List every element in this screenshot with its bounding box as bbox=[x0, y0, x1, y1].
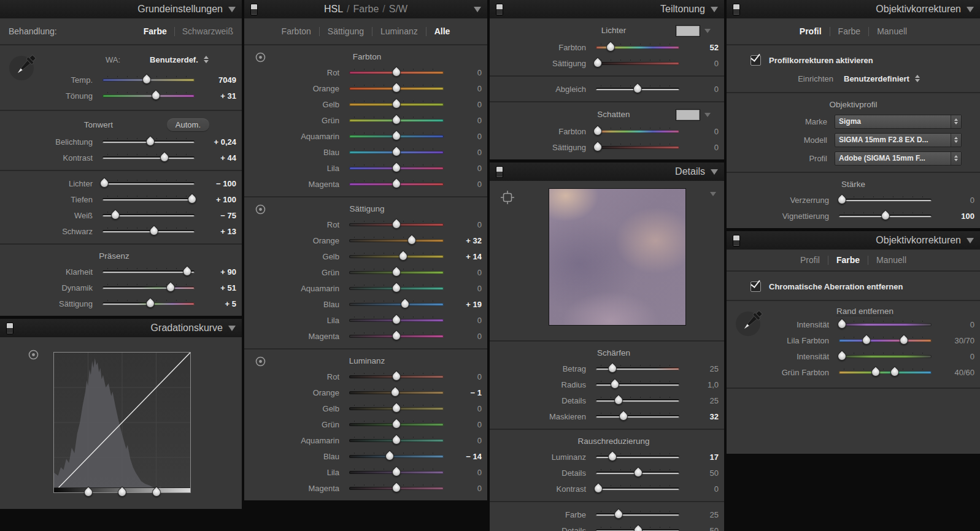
slider-handle[interactable] bbox=[390, 178, 403, 190]
slider-value[interactable]: 0 bbox=[447, 116, 482, 125]
stepper-icon[interactable] bbox=[951, 152, 961, 165]
sharpen-amount-slider[interactable] bbox=[596, 367, 679, 370]
blacks-slider[interactable] bbox=[102, 230, 195, 233]
slider-handle[interactable] bbox=[390, 314, 403, 326]
sat-gruen-slider[interactable] bbox=[349, 271, 444, 274]
slider-handle[interactable] bbox=[609, 378, 621, 391]
slider-value[interactable]: 0 bbox=[683, 484, 719, 494]
stepper-icon[interactable] bbox=[951, 134, 961, 147]
targeted-adjustment-icon[interactable] bbox=[255, 52, 266, 63]
slider-value[interactable]: 25 bbox=[683, 396, 719, 405]
lum-magenta-slider[interactable] bbox=[349, 487, 444, 490]
green-hue-slider[interactable] bbox=[839, 371, 932, 374]
slider-value[interactable]: 0 bbox=[447, 132, 482, 141]
collapse-triangle-icon[interactable] bbox=[228, 326, 236, 331]
highlights-slider[interactable] bbox=[102, 182, 195, 185]
slider-value[interactable]: 0 bbox=[683, 127, 719, 136]
slider-value[interactable]: + 44 bbox=[198, 153, 236, 162]
tab-farbton[interactable]: Farbton bbox=[282, 26, 311, 36]
slider-value[interactable]: 0 bbox=[447, 268, 482, 277]
slider-value[interactable]: 0 bbox=[447, 164, 482, 173]
lum-aquamarin-slider[interactable] bbox=[349, 439, 444, 442]
slider-handle[interactable] bbox=[390, 114, 403, 126]
tab-saettigung[interactable]: Sättigung bbox=[328, 26, 364, 36]
collapse-triangle-icon[interactable] bbox=[228, 7, 236, 12]
slider-value[interactable]: 0 bbox=[935, 320, 974, 329]
slider-handle[interactable] bbox=[390, 218, 403, 231]
enable-profile-checkbox[interactable] bbox=[750, 55, 761, 66]
distortion-slider[interactable] bbox=[839, 199, 932, 202]
auto-tone-button[interactable]: Autom. bbox=[167, 118, 209, 131]
slider-handle[interactable] bbox=[632, 524, 644, 531]
whites-slider[interactable] bbox=[102, 214, 195, 217]
slider-handle[interactable] bbox=[144, 297, 156, 310]
panel-header[interactable]: Gradationskurve bbox=[0, 319, 242, 337]
hue-lila-slider[interactable] bbox=[349, 167, 444, 170]
slider-handle[interactable] bbox=[158, 151, 171, 164]
slider-handle[interactable] bbox=[612, 508, 625, 521]
treatment-schwarzweiss-option[interactable]: Schwarzweiß bbox=[182, 26, 233, 36]
make-select[interactable]: Sigma bbox=[835, 115, 962, 129]
slider-handle[interactable] bbox=[390, 266, 403, 278]
slider-handle[interactable] bbox=[390, 282, 403, 294]
stepper-icon[interactable] bbox=[915, 75, 920, 82]
panel-enable-toggle[interactable] bbox=[6, 323, 14, 334]
hue-rot-slider[interactable] bbox=[349, 71, 444, 74]
setup-dropdown[interactable]: Benutzerdefiniert bbox=[844, 74, 909, 83]
panel-enable-toggle[interactable] bbox=[496, 4, 503, 15]
slider-value[interactable]: 0 bbox=[447, 284, 482, 293]
slider-handle[interactable] bbox=[592, 57, 604, 69]
slider-value[interactable]: + 51 bbox=[198, 283, 236, 292]
slider-value[interactable]: 0 bbox=[447, 420, 482, 429]
slider-value[interactable]: 0 bbox=[683, 85, 719, 94]
saturation-slider[interactable] bbox=[102, 302, 195, 305]
vignetting-slider[interactable] bbox=[839, 215, 932, 218]
slider-handle-low[interactable] bbox=[860, 334, 873, 346]
slider-value[interactable]: 0 bbox=[447, 332, 482, 341]
slider-value[interactable]: 30/70 bbox=[935, 336, 974, 345]
tab-farbe[interactable]: Farbe bbox=[838, 26, 861, 36]
panel-enable-toggle[interactable] bbox=[250, 4, 258, 15]
slider-value[interactable]: + 5 bbox=[198, 299, 236, 308]
panel-enable-toggle[interactable] bbox=[733, 4, 740, 15]
exposure-slider[interactable] bbox=[102, 140, 195, 143]
slider-handle-high[interactable] bbox=[889, 366, 901, 378]
tab-luminanz[interactable]: Luminanz bbox=[380, 26, 418, 36]
slider-value[interactable]: 0 bbox=[447, 180, 482, 189]
lum-rot-slider[interactable] bbox=[349, 375, 444, 378]
hue-orange-slider[interactable] bbox=[349, 87, 444, 90]
slider-value[interactable]: 0 bbox=[447, 468, 482, 477]
slider-value[interactable]: 0 bbox=[935, 196, 974, 205]
slider-handle[interactable] bbox=[98, 177, 110, 189]
slider-value[interactable]: 0 bbox=[683, 59, 719, 68]
slider-handle[interactable] bbox=[390, 466, 403, 478]
slider-value[interactable]: + 100 bbox=[198, 195, 236, 204]
slider-handle[interactable] bbox=[390, 98, 403, 110]
mode-hsl[interactable]: HSL bbox=[324, 4, 343, 14]
purple-amount-slider[interactable] bbox=[839, 323, 932, 326]
white-balance-eyedropper-icon[interactable] bbox=[7, 50, 39, 85]
stepper-icon[interactable] bbox=[204, 56, 209, 63]
targeted-adjustment-icon[interactable] bbox=[255, 356, 266, 367]
sat-blau-slider[interactable] bbox=[349, 303, 444, 306]
tab-alle[interactable]: Alle bbox=[434, 26, 450, 36]
slider-value[interactable]: 0 bbox=[447, 148, 482, 157]
slider-value[interactable]: 0 bbox=[447, 220, 482, 229]
slider-handle[interactable] bbox=[879, 210, 892, 222]
slider-value[interactable]: + 19 bbox=[447, 300, 482, 309]
slider-handle[interactable] bbox=[390, 386, 402, 399]
lum-gelb-slider[interactable] bbox=[349, 407, 444, 410]
slider-value[interactable]: − 100 bbox=[198, 179, 236, 188]
collapse-triangle-icon[interactable] bbox=[474, 7, 481, 12]
slider-handle[interactable] bbox=[390, 330, 403, 342]
treatment-farbe-option[interactable]: Farbe bbox=[144, 26, 167, 36]
lum-orange-slider[interactable] bbox=[349, 391, 444, 394]
slider-value[interactable]: 0 bbox=[447, 404, 482, 413]
slider-value[interactable]: 0 bbox=[447, 84, 482, 93]
hue-blau-slider[interactable] bbox=[349, 151, 444, 154]
slider-handle[interactable] bbox=[612, 394, 625, 407]
slider-value[interactable]: 0 bbox=[447, 436, 482, 445]
highlights-color-swatch[interactable] bbox=[676, 25, 700, 37]
slider-handle[interactable] bbox=[384, 450, 396, 462]
clarity-slider[interactable] bbox=[102, 270, 195, 273]
